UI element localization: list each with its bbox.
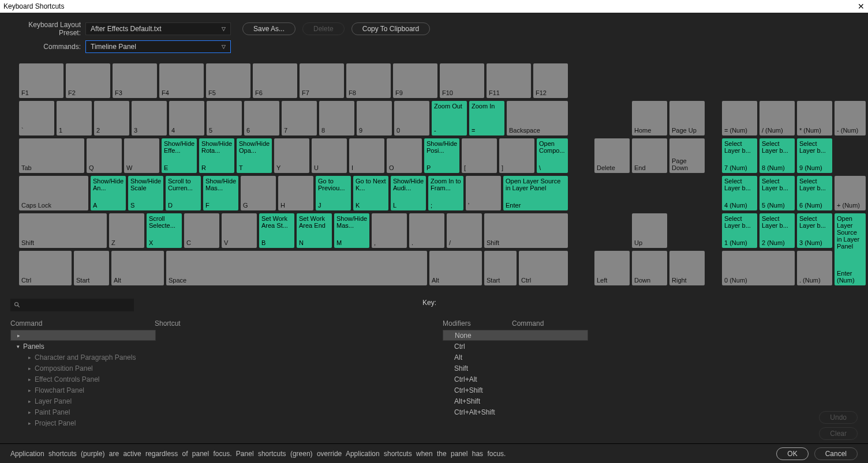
key-F7[interactable]: F7 [300,63,344,98]
key-Shift[interactable]: Shift [484,213,568,248]
key-T[interactable]: Show/Hide Opa...T [237,138,272,173]
key-8Num[interactable]: Select Layer b...8 (Num) [760,138,795,173]
key-4Num[interactable]: Select Layer b...4 (Num) [722,176,757,210]
key-D[interactable]: Scroll to Curren...D [166,176,201,210]
key-K[interactable]: Go to Next K...K [353,176,388,210]
key-F[interactable]: Show/Hide Mas...F [203,176,238,210]
close-icon[interactable]: ✕ [858,2,865,11]
key-H[interactable]: H [278,176,313,210]
modifier-item[interactable]: Ctrl+Alt [443,374,858,385]
key-A[interactable]: Show/Hide An...A [91,176,126,210]
key-Num[interactable]: . (Num) [797,251,832,285]
key-3[interactable]: 3 [132,101,167,135]
key-9Num[interactable]: Select Layer b...9 (Num) [797,138,832,173]
list-item[interactable]: ▸Paint Panel [10,406,425,417]
key-Start[interactable]: Start [74,251,109,285]
cancel-button[interactable]: Cancel [814,447,858,460]
key-[interactable]: Zoom In= [469,101,504,135]
key-F11[interactable]: F11 [487,63,531,98]
key-P[interactable]: Show/Hide Posi...P [424,138,459,173]
key-[interactable]: . [409,213,444,248]
key-[interactable]: Zoom In to Fram...; [428,176,463,210]
key-Left[interactable]: Left [594,251,630,285]
commands-select[interactable]: Timeline Panel ▽ [85,40,231,53]
key-[interactable]: / [447,213,482,248]
key-F9[interactable]: F9 [393,63,437,98]
key-[interactable]: ` [19,101,54,135]
key-V[interactable]: V [222,213,257,248]
key-Home[interactable]: Home [632,101,667,135]
key-2Num[interactable]: Select Layer b...2 (Num) [760,213,795,248]
key-[interactable]: ' [466,176,501,210]
key-F12[interactable]: F12 [533,63,568,98]
key-Tab[interactable]: Tab [19,138,84,173]
key-Enter[interactable]: Open Layer Source in Layer PanelEnter [503,176,568,210]
key-[interactable]: , [372,213,407,248]
key-N[interactable]: Set Work Area EndN [297,213,332,248]
key-5[interactable]: 5 [207,101,242,135]
key-[interactable]: [ [462,138,497,173]
key-[interactable]: ] [499,138,534,173]
key-8[interactable]: 8 [319,101,354,135]
key-End[interactable]: End [632,138,667,173]
key-F8[interactable]: F8 [346,63,391,98]
key-3Num[interactable]: Select Layer b...3 (Num) [797,213,832,248]
key-Z[interactable]: Z [109,213,144,248]
key-S[interactable]: Show/Hide ScaleS [128,176,163,210]
key-Shift[interactable]: Shift [19,213,107,248]
modifier-item[interactable]: Shift [443,363,858,374]
list-item[interactable]: ▸Effect Controls Panel [10,374,425,385]
modifier-item[interactable]: Ctrl+Alt+Shift [443,406,858,417]
key-C[interactable]: C [184,213,219,248]
key-L[interactable]: Show/Hide Audi...L [391,176,426,210]
key-0Num[interactable]: 0 (Num) [722,251,795,285]
key-Num[interactable]: / (Num) [760,101,795,135]
key-7Num[interactable]: Select Layer b...7 (Num) [722,138,757,173]
key-[interactable]: Open Compo...\ [537,138,568,173]
key-Num[interactable]: - (Num) [835,101,866,135]
key-Q[interactable]: Q [87,138,122,173]
key-1Num[interactable]: Select Layer b...1 (Num) [722,213,757,248]
key-Alt[interactable]: Alt [111,251,164,285]
key-E[interactable]: Show/Hide Effe...E [162,138,197,173]
key-PageDown[interactable]: Page Down [669,138,705,173]
key-U[interactable]: U [312,138,347,173]
key-Alt[interactable]: Alt [429,251,482,285]
key-Num[interactable]: = (Num) [722,101,757,135]
key-Start[interactable]: Start [484,251,517,285]
key-EnterNum[interactable]: Open Layer Source in Layer PanelEnter (N… [835,213,866,285]
list-item[interactable]: ▸Composition Panel [10,363,425,374]
key-6[interactable]: 6 [244,101,279,135]
key-6Num[interactable]: Select Layer b...6 (Num) [797,176,832,210]
key-Y[interactable]: Y [274,138,309,173]
list-item[interactable]: ▸Project Panel [10,417,425,427]
search-input[interactable] [10,299,134,311]
ok-button[interactable]: OK [776,447,808,460]
key-0[interactable]: 0 [394,101,429,135]
key-F3[interactable]: F3 [113,63,157,98]
preset-select[interactable]: After Effects Default.txt ▽ [85,22,231,35]
list-item[interactable]: ▸Layer Panel [10,396,425,406]
key-4[interactable]: 4 [169,101,204,135]
copy-clipboard-button[interactable]: Copy To Clipboard [351,22,431,35]
key-F10[interactable]: F10 [440,63,484,98]
key-R[interactable]: Show/Hide Rota...R [199,138,234,173]
key-[interactable]: Zoom Out- [432,101,467,135]
key-Num[interactable]: * (Num) [797,101,832,135]
list-item[interactable]: ▸Flowchart Panel [10,385,425,396]
key-Num[interactable]: + (Num) [835,176,866,210]
key-M[interactable]: Show/Hide Mas...M [334,213,369,248]
key-7[interactable]: 7 [282,101,317,135]
key-Ctrl[interactable]: Ctrl [19,251,72,285]
key-O[interactable]: O [387,138,422,173]
modifier-item[interactable]: None [443,330,588,341]
key-1[interactable]: 1 [57,101,92,135]
list-item[interactable]: ▾Panels [10,341,425,352]
key-Ctrl[interactable]: Ctrl [519,251,568,285]
key-B[interactable]: Set Work Area St...B [259,213,294,248]
key-Backspace[interactable]: Backspace [507,101,568,135]
key-F4[interactable]: F4 [159,63,204,98]
modifier-item[interactable]: Ctrl [443,341,858,352]
list-item[interactable]: ▸ [10,330,156,341]
key-CapsLock[interactable]: Caps Lock [19,176,88,210]
